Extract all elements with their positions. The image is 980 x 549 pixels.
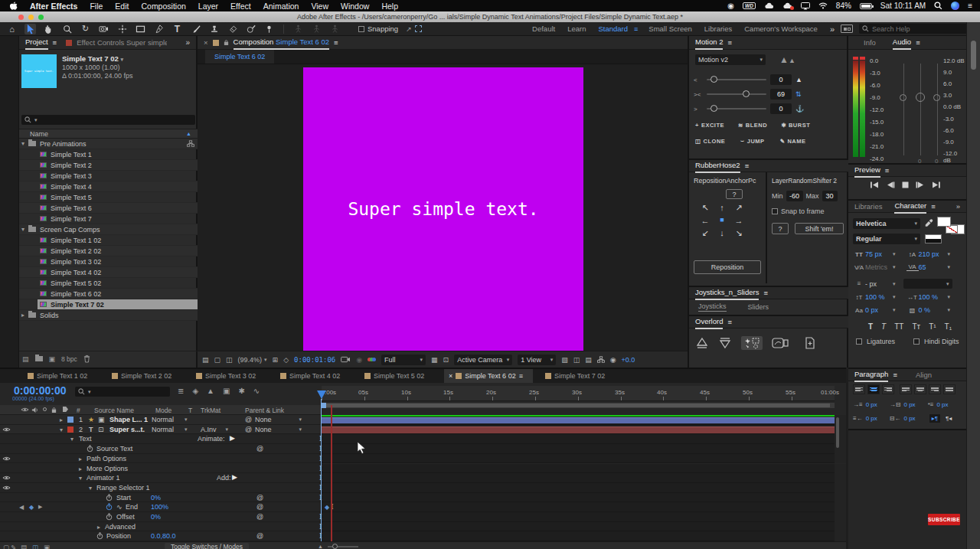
align-center-button[interactable] (867, 384, 880, 394)
expand-icon[interactable]: ▸ (79, 456, 82, 462)
prop-label[interactable]: Start (116, 494, 131, 502)
text-direction-ltr-button[interactable]: ▸¶ (929, 414, 940, 423)
hscale-caret[interactable]: ▾ (948, 294, 951, 300)
motion-preset-dropdown[interactable]: Motion v2▾ (695, 54, 766, 65)
expression-pickwhip-icon[interactable]: @ (256, 494, 263, 502)
project-comp-row[interactable]: Simple Text 3 02 (19, 257, 198, 267)
close-tab-icon[interactable]: × (449, 372, 452, 380)
apple-menu-icon[interactable] (9, 1, 18, 11)
tab-menu-icon[interactable]: ≡ (519, 372, 523, 380)
composition-canvas[interactable]: Super simple text. (303, 67, 583, 351)
prop-label[interactable]: Advanced (105, 523, 136, 531)
stroke-style-dropdown[interactable]: ▾ (903, 279, 952, 289)
project-folder-row[interactable]: ▸Solids (19, 310, 198, 321)
align-right-button[interactable] (882, 384, 894, 394)
justify-last-center-button[interactable] (914, 384, 926, 394)
menu-edit[interactable]: Edit (115, 2, 129, 11)
add-property-icon[interactable]: ▶ (232, 473, 237, 481)
toggle-switches-modes-button[interactable]: Toggle Switches / Modes (165, 543, 249, 549)
workspace-overflow-icon[interactable]: » (830, 25, 835, 34)
anchor-w-button[interactable]: ← (701, 216, 710, 225)
slider3-value[interactable]: 0 (770, 103, 792, 114)
blend-button[interactable]: ≋BLEND (738, 122, 767, 129)
horizontal-scale-value[interactable]: 100 % (919, 293, 948, 301)
anchor-ne-button[interactable]: ↗ (735, 203, 742, 213)
project-comp-row[interactable]: Simple Text 7 (19, 214, 198, 224)
layer2-bar[interactable] (322, 426, 835, 433)
camera-dropdown[interactable]: Active Camera▾ (454, 355, 512, 365)
hand-tool-icon[interactable] (43, 24, 54, 34)
primary-viewer-icon[interactable]: ▢ (214, 356, 221, 364)
audio-slider-knob[interactable] (933, 94, 940, 101)
prop-value[interactable]: 0% (151, 513, 161, 521)
project-comp-row[interactable]: Simple Text 2 02 (19, 246, 198, 257)
excite-button[interactable]: +EXCITE (695, 122, 724, 129)
keyframe-diamond[interactable]: ◆ (325, 504, 329, 511)
project-comp-row[interactable]: Simple Text 4 02 (19, 267, 198, 278)
trkmat-dropdown[interactable]: A.Inv▾ (201, 426, 228, 433)
selected-comp-name[interactable]: Simple Text 7 02 (62, 54, 119, 63)
close-panel-icon[interactable]: × (204, 38, 208, 47)
roi-icon[interactable]: ▦ (431, 356, 438, 364)
project-comp-row[interactable]: Simple Text 6 02 (19, 289, 198, 299)
slider1-value[interactable]: 0 (770, 74, 792, 85)
anchor-s-button[interactable]: ↓ (720, 228, 724, 238)
character-overflow-icon[interactable]: » (956, 202, 960, 211)
anchor-nw-button[interactable]: ↖ (701, 203, 708, 213)
tracking-caret[interactable]: ▾ (948, 264, 951, 270)
workspace-learn[interactable]: Learn (561, 25, 592, 33)
paragraph-menu-icon[interactable]: ≡ (893, 371, 897, 379)
property-eye-icon[interactable] (2, 475, 11, 481)
prop-label[interactable]: Source Text (96, 445, 132, 453)
transparency-grid-icon[interactable]: ⊡ (443, 356, 449, 364)
project-comp-row[interactable]: Simple Text 5 02 (19, 278, 198, 289)
menu-help[interactable]: Help (381, 2, 398, 11)
position-property-row[interactable]: Position0.0,80.0@ I (0, 531, 846, 541)
panel-overflow-icon[interactable]: » (185, 38, 190, 47)
viewer-panel-menu-icon[interactable]: ≡ (334, 38, 338, 47)
siri-icon[interactable] (951, 2, 959, 10)
menu-effect[interactable]: Effect (230, 2, 251, 11)
timeline-tab-active[interactable]: ×Simple Text 6 02≡ (444, 369, 533, 383)
prev-keyframe-icon[interactable]: ◀ (19, 504, 24, 511)
pixel-aspect-icon[interactable]: ▧ (561, 356, 568, 364)
character-menu-icon[interactable]: ≡ (931, 202, 936, 211)
justify-last-left-button[interactable] (900, 384, 912, 394)
stroke-width-value[interactable]: - px (865, 280, 893, 288)
hindi-digits-checkbox[interactable] (913, 338, 920, 345)
collapse-icon[interactable]: ▾ (89, 485, 92, 492)
zoom-level-dropdown[interactable]: (99.4%)▾ (238, 356, 267, 364)
menu-window[interactable]: Window (341, 2, 369, 11)
timeline-tab[interactable]: Simple Text 4 02 (276, 369, 360, 383)
layer1-track[interactable] (322, 415, 835, 425)
project-comp-row[interactable]: Simple Text 3 (19, 171, 198, 181)
tab-effect-controls[interactable]: Effect Controls Super simple text (77, 38, 167, 47)
solo-column-icon[interactable] (43, 407, 47, 411)
column-trkmat[interactable]: TrkMat (201, 407, 220, 414)
sort-asc-icon[interactable]: ▲ (186, 131, 191, 136)
align-left-button[interactable] (853, 384, 865, 394)
slider2-value[interactable]: 69 (770, 89, 792, 100)
pan-behind-tool-icon[interactable] (116, 24, 128, 34)
playhead-handle[interactable] (317, 391, 326, 399)
subscript-button[interactable]: T₁ (945, 322, 952, 331)
reposition-help-button[interactable]: ? (726, 189, 743, 199)
rocket-icon[interactable]: ▲ (795, 76, 802, 83)
font-family-dropdown[interactable]: Helvetica▾ (853, 218, 920, 229)
grid-guides-icon[interactable]: ⊞ (273, 356, 279, 364)
roto-brush-tool-icon[interactable] (245, 24, 256, 34)
wifi-icon[interactable] (818, 2, 828, 9)
tab-project[interactable]: Project (25, 36, 48, 50)
channels-icon[interactable] (368, 358, 376, 361)
parent-pickwhip-icon[interactable]: @ (245, 416, 252, 423)
stopwatch-icon[interactable] (87, 445, 93, 453)
project-comp-row[interactable]: Simple Text 1 02 (19, 235, 198, 246)
faux-bold-button[interactable]: T (868, 322, 873, 331)
prop-label[interactable]: More Options (87, 465, 128, 472)
tab-motion2[interactable]: Motion 2 (695, 36, 723, 50)
anchor-e-button[interactable]: → (735, 216, 743, 225)
parent-dropdown[interactable]: None▾ (255, 426, 302, 433)
menu-app-name[interactable]: After Effects (30, 2, 77, 11)
indent-right-value[interactable]: 0 px (866, 415, 877, 422)
tab-audio[interactable]: Audio (893, 36, 911, 50)
